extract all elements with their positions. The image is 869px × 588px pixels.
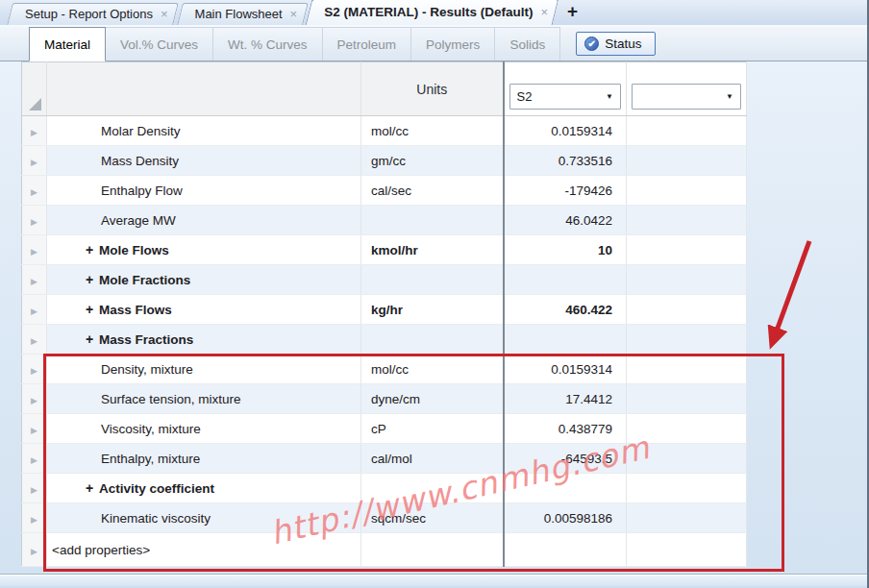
tab-label: Setup - Report Options bbox=[25, 7, 153, 21]
row-value bbox=[504, 325, 627, 355]
tab-label: S2 (MATERIAL) - Results (Default) bbox=[324, 5, 533, 19]
tab-main-flowsheet[interactable]: Main Flowsheet × bbox=[180, 3, 306, 25]
row-name-text: Mass Density bbox=[101, 154, 179, 168]
chevron-down-icon: ▼ bbox=[726, 92, 733, 101]
new-tab-button[interactable]: + bbox=[567, 1, 578, 22]
close-icon[interactable]: × bbox=[161, 8, 168, 20]
row-units: mol/cc bbox=[361, 355, 504, 384]
expand-icon[interactable]: + bbox=[86, 272, 99, 287]
status-label: Status bbox=[605, 37, 641, 51]
units-column-header: Units bbox=[361, 62, 504, 116]
row-units: cal/mol bbox=[361, 444, 504, 474]
row-arrow-icon: ▶ bbox=[31, 128, 37, 137]
empty-cell bbox=[627, 474, 747, 503]
select-all-corner[interactable] bbox=[22, 62, 47, 116]
table-row: ▶ +Activity coefficient bbox=[22, 474, 747, 503]
extra-selector-dropdown[interactable]: ▼ bbox=[632, 84, 741, 110]
tab-vol-percent-curves[interactable]: Vol.% Curves bbox=[106, 27, 213, 61]
row-arrow-icon: ▶ bbox=[31, 187, 37, 197]
tab-petroleum[interactable]: Petroleum bbox=[323, 27, 412, 61]
row-units: gm/cc bbox=[361, 146, 504, 176]
row-value: 0.00598186 bbox=[504, 503, 627, 533]
row-selector[interactable]: ▶ bbox=[22, 355, 47, 384]
row-name-text: Enthalpy Flow bbox=[101, 184, 183, 198]
empty-cell bbox=[627, 146, 747, 176]
expand-icon[interactable]: + bbox=[86, 242, 99, 257]
row-arrow-icon: ▶ bbox=[31, 306, 37, 316]
empty-cell bbox=[627, 116, 747, 146]
empty-cell bbox=[627, 325, 747, 355]
row-selector[interactable]: ▶ bbox=[22, 265, 47, 295]
row-arrow-icon: ▶ bbox=[31, 247, 37, 257]
tab-polymers[interactable]: Polymers bbox=[411, 27, 495, 61]
row-name-text: Molar Density bbox=[101, 124, 181, 138]
check-circle-icon: ✔ bbox=[584, 37, 599, 51]
grid-header-row: Units S2 ▼ ▼ bbox=[22, 62, 747, 116]
row-arrow-icon: ▶ bbox=[31, 547, 37, 556]
row-value: 0.0159314 bbox=[504, 116, 627, 146]
row-selector[interactable]: ▶ bbox=[22, 325, 47, 355]
row-name-text: Average MW bbox=[101, 213, 176, 228]
tab-s2-results[interactable]: S2 (MATERIAL) - Results (Default) × bbox=[309, 0, 556, 25]
row-name-text: Density, mixture bbox=[101, 362, 193, 377]
tab-material[interactable]: Material bbox=[29, 27, 106, 61]
add-properties-link[interactable]: <add properties> bbox=[47, 533, 361, 567]
property-name-cell: Enthalpy, mixture bbox=[47, 444, 361, 474]
empty-cell bbox=[504, 533, 627, 567]
expand-icon[interactable]: + bbox=[86, 302, 99, 317]
empty-cell bbox=[627, 295, 747, 325]
row-arrow-icon: ▶ bbox=[31, 277, 37, 286]
tab-setup-report-options[interactable]: Setup - Report Options × bbox=[10, 3, 176, 25]
property-name-cell: +Mole Flows bbox=[47, 235, 361, 265]
row-value: 46.0422 bbox=[504, 206, 627, 235]
tab-wt-percent-curves[interactable]: Wt. % Curves bbox=[213, 27, 323, 61]
property-name-cell: Average MW bbox=[47, 206, 361, 235]
row-selector[interactable]: ▶ bbox=[22, 533, 47, 567]
row-units: mol/cc bbox=[361, 116, 504, 146]
empty-cell bbox=[627, 235, 747, 265]
row-selector[interactable]: ▶ bbox=[22, 146, 47, 176]
empty-cell bbox=[627, 265, 747, 295]
property-name-cell: +Activity coefficient bbox=[47, 474, 361, 503]
tab-status[interactable]: ✔ Status bbox=[576, 32, 656, 56]
extra-column-header: ▼ bbox=[627, 62, 747, 116]
row-selector[interactable]: ▶ bbox=[22, 474, 47, 503]
row-selector[interactable]: ▶ bbox=[22, 384, 47, 414]
row-units bbox=[361, 265, 504, 295]
tab-solids[interactable]: Solids bbox=[495, 27, 560, 61]
row-name-text: Mole Flows bbox=[99, 243, 169, 257]
row-name-text: Surface tension, mixture bbox=[101, 392, 241, 406]
row-selector[interactable]: ▶ bbox=[22, 295, 47, 325]
close-icon[interactable]: × bbox=[290, 8, 298, 20]
table-row: ▶ +Mole Flows kmol/hr 10 bbox=[22, 235, 747, 265]
expand-icon[interactable]: + bbox=[86, 331, 99, 347]
sheet-tab-bar: Material Vol.% Curves Wt. % Curves Petro… bbox=[0, 27, 867, 61]
stream-selector-dropdown[interactable]: S2 ▼ bbox=[509, 84, 622, 110]
stream-column-header: S2 ▼ bbox=[504, 62, 627, 116]
row-selector[interactable]: ▶ bbox=[22, 116, 47, 146]
tab-label: Main Flowsheet bbox=[195, 7, 283, 21]
document-tab-bar: Setup - Report Options × Main Flowsheet … bbox=[0, 0, 867, 27]
row-units: sqcm/sec bbox=[361, 503, 504, 533]
row-name-text: Mass Fractions bbox=[99, 332, 193, 347]
row-selector[interactable]: ▶ bbox=[22, 444, 47, 474]
row-units: dyne/cm bbox=[361, 384, 504, 414]
row-value: 0.0159314 bbox=[504, 355, 627, 384]
row-selector[interactable]: ▶ bbox=[22, 414, 47, 444]
expand-icon[interactable]: + bbox=[86, 480, 99, 496]
row-selector[interactable]: ▶ bbox=[22, 235, 47, 265]
close-icon[interactable]: × bbox=[540, 6, 548, 18]
property-name-cell: Molar Density bbox=[47, 116, 361, 146]
row-value: -64593.5 bbox=[504, 444, 627, 474]
row-value: -179426 bbox=[504, 176, 627, 206]
row-value: 10 bbox=[504, 235, 627, 265]
row-arrow-icon: ▶ bbox=[31, 366, 37, 376]
stream-selector-value: S2 bbox=[517, 89, 533, 104]
property-column-header bbox=[47, 62, 361, 116]
property-name-cell: +Mass Flows bbox=[47, 295, 361, 325]
table-row: ▶ Average MW 46.0422 bbox=[22, 206, 747, 235]
empty-cell bbox=[361, 533, 504, 567]
row-selector[interactable]: ▶ bbox=[22, 206, 47, 235]
row-selector[interactable]: ▶ bbox=[22, 176, 47, 206]
row-selector[interactable]: ▶ bbox=[22, 503, 47, 533]
